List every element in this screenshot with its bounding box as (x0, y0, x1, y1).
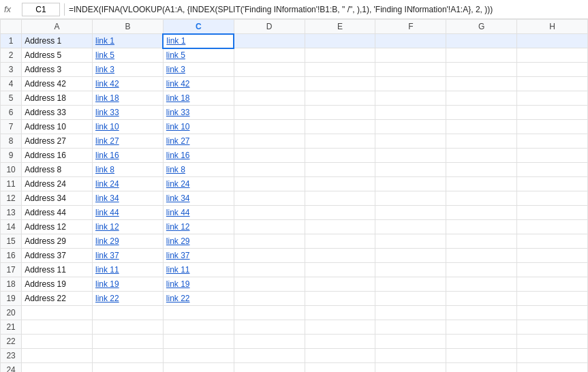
row-number[interactable]: 16 (1, 249, 22, 263)
cell-h22[interactable] (517, 335, 588, 349)
cell-f24[interactable] (375, 363, 446, 373)
cell-f7[interactable] (375, 120, 446, 134)
cell-f13[interactable] (375, 206, 446, 220)
cell-f14[interactable] (375, 220, 446, 234)
cell-e18[interactable] (305, 277, 375, 292)
cell-a7[interactable]: Address 10 (22, 120, 93, 134)
formula-input[interactable] (69, 5, 584, 14)
cell-d6[interactable] (234, 106, 305, 120)
cell-h5[interactable] (517, 91, 588, 106)
cell-b5[interactable]: link 18 (93, 91, 164, 106)
cell-a9[interactable]: Address 16 (22, 149, 93, 163)
cell-e16[interactable] (305, 249, 375, 263)
cell-c9[interactable]: link 16 (163, 149, 234, 163)
cell-b20[interactable] (93, 306, 164, 320)
cell-h13[interactable] (517, 206, 588, 220)
cell-h3[interactable] (517, 63, 588, 77)
cell-a12[interactable]: Address 34 (22, 191, 93, 206)
cell-d23[interactable] (234, 349, 305, 363)
cell-g6[interactable] (446, 106, 517, 120)
cell-b24[interactable] (93, 363, 164, 373)
cell-f22[interactable] (375, 335, 446, 349)
cell-h24[interactable] (517, 363, 588, 373)
cell-d16[interactable] (234, 249, 305, 263)
cell-f11[interactable] (375, 177, 446, 191)
cell-b19[interactable]: link 22 (93, 292, 164, 306)
cell-e3[interactable] (305, 63, 375, 77)
cell-e2[interactable] (305, 48, 375, 63)
cell-e14[interactable] (305, 220, 375, 234)
row-number[interactable]: 8 (1, 134, 22, 149)
cell-g13[interactable] (446, 206, 517, 220)
cell-f9[interactable] (375, 149, 446, 163)
cell-b11[interactable]: link 24 (93, 177, 164, 191)
cell-b10[interactable]: link 8 (93, 163, 164, 177)
cell-a24[interactable] (22, 363, 93, 373)
cell-h15[interactable] (517, 234, 588, 249)
cell-d24[interactable] (234, 363, 305, 373)
row-number[interactable]: 5 (1, 91, 22, 106)
row-number[interactable]: 14 (1, 220, 22, 234)
cell-c13[interactable]: link 44 (163, 206, 234, 220)
cell-g10[interactable] (446, 163, 517, 177)
cell-a11[interactable]: Address 24 (22, 177, 93, 191)
cell-f16[interactable] (375, 249, 446, 263)
cell-g4[interactable] (446, 77, 517, 91)
cell-h23[interactable] (517, 349, 588, 363)
cell-e23[interactable] (305, 349, 375, 363)
cell-b22[interactable] (93, 335, 164, 349)
row-number[interactable]: 23 (1, 349, 22, 363)
cell-c12[interactable]: link 34 (163, 191, 234, 206)
row-number[interactable]: 4 (1, 77, 22, 91)
cell-g12[interactable] (446, 191, 517, 206)
cell-e6[interactable] (305, 106, 375, 120)
cell-c19[interactable]: link 22 (163, 292, 234, 306)
cell-h7[interactable] (517, 120, 588, 134)
row-number[interactable]: 13 (1, 206, 22, 220)
cell-f2[interactable] (375, 48, 446, 63)
cell-b14[interactable]: link 12 (93, 220, 164, 234)
cell-g21[interactable] (446, 320, 517, 335)
cell-d17[interactable] (234, 263, 305, 277)
cell-b17[interactable]: link 11 (93, 263, 164, 277)
cell-h6[interactable] (517, 106, 588, 120)
cell-h8[interactable] (517, 134, 588, 149)
col-header-f[interactable]: F (375, 20, 446, 34)
cell-g18[interactable] (446, 277, 517, 292)
cell-g17[interactable] (446, 263, 517, 277)
cell-f18[interactable] (375, 277, 446, 292)
cell-c6[interactable]: link 33 (163, 106, 234, 120)
cell-d5[interactable] (234, 91, 305, 106)
row-number[interactable]: 1 (1, 34, 22, 48)
cell-b7[interactable]: link 10 (93, 120, 164, 134)
cell-a17[interactable]: Address 11 (22, 263, 93, 277)
cell-b23[interactable] (93, 349, 164, 363)
cell-c23[interactable] (163, 349, 234, 363)
cell-f20[interactable] (375, 306, 446, 320)
cell-c17[interactable]: link 11 (163, 263, 234, 277)
cell-d14[interactable] (234, 220, 305, 234)
cell-b21[interactable] (93, 320, 164, 335)
cell-g7[interactable] (446, 120, 517, 134)
cell-a19[interactable]: Address 22 (22, 292, 93, 306)
cell-h19[interactable] (517, 292, 588, 306)
cell-f12[interactable] (375, 191, 446, 206)
cell-b15[interactable]: link 29 (93, 234, 164, 249)
cell-a1[interactable]: Address 1 (22, 34, 93, 48)
cell-h14[interactable] (517, 220, 588, 234)
row-number[interactable]: 20 (1, 306, 22, 320)
cell-g22[interactable] (446, 335, 517, 349)
cell-e4[interactable] (305, 77, 375, 91)
cell-h20[interactable] (517, 306, 588, 320)
cell-e5[interactable] (305, 91, 375, 106)
cell-a15[interactable]: Address 29 (22, 234, 93, 249)
cell-c11[interactable]: link 24 (163, 177, 234, 191)
cell-c2[interactable]: link 5 (163, 48, 234, 63)
cell-c3[interactable]: link 3 (163, 63, 234, 77)
cell-e9[interactable] (305, 149, 375, 163)
row-number[interactable]: 7 (1, 120, 22, 134)
cell-d1[interactable] (234, 34, 305, 48)
cell-d21[interactable] (234, 320, 305, 335)
cell-f3[interactable] (375, 63, 446, 77)
row-number[interactable]: 11 (1, 177, 22, 191)
